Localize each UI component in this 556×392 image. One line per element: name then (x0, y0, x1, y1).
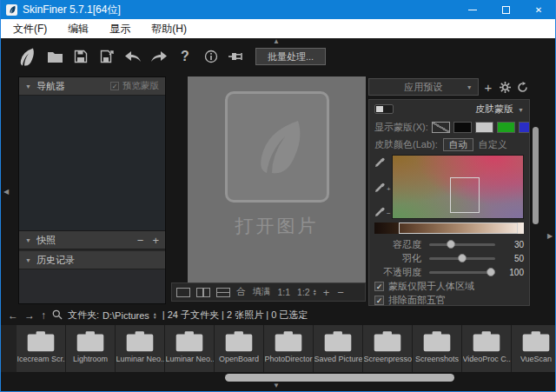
lab-color-plane[interactable] (392, 155, 524, 219)
open-image-dropzone[interactable] (225, 91, 329, 203)
zoom-in-button[interactable]: + (323, 286, 330, 299)
folder-item[interactable]: VideoProc C... (462, 325, 512, 372)
zoom-spinner[interactable]: ▲▼ (313, 289, 317, 296)
fill-view-button[interactable]: 填满 (253, 286, 271, 298)
tolerance-slider[interactable] (429, 243, 495, 246)
preset-settings-button[interactable] (498, 79, 513, 95)
zoom-1-2-button[interactable]: 1:2 (297, 287, 310, 297)
folder-item[interactable]: Icecream Scr... (17, 325, 66, 372)
skin-tone-strip[interactable] (374, 223, 524, 234)
menu-help[interactable]: 帮助(H) (141, 19, 197, 38)
snapshot-title: 快照 (36, 234, 56, 247)
slider-thumb[interactable] (447, 240, 455, 249)
folder-item[interactable]: PhotoDirector (264, 325, 314, 372)
folder-thumbnail-strip: Icecream Scr... Lightroom Luminar Neo...… (1, 325, 556, 372)
collapse-right-arrow-icon[interactable]: ▶ (547, 233, 553, 240)
folder-item[interactable]: VueScan (512, 325, 556, 372)
folder-path-spinner[interactable]: ▲▼ (153, 312, 157, 319)
exclude-features-checkbox-row[interactable]: ✓ 排除面部五官 (374, 294, 524, 306)
folder-item[interactable]: Saved Pictures (314, 325, 363, 372)
search-icon[interactable] (52, 309, 63, 322)
help-button[interactable]: ? (172, 44, 198, 69)
folder-item[interactable]: Screenpresso (363, 325, 413, 372)
snapshot-add-button[interactable]: + (152, 235, 159, 246)
eyedropper-button[interactable] (374, 156, 386, 168)
zoom-1-1-button[interactable]: 1:1 (278, 287, 291, 297)
folder-item[interactable]: Screenshots (413, 325, 462, 372)
skin-mask-header[interactable]: 皮肤蒙版▼ (374, 100, 524, 118)
history-header[interactable]: ▼ 历史记录 (19, 251, 165, 269)
auto-skin-color-button[interactable]: 自动 (443, 138, 473, 151)
save-button[interactable] (68, 44, 94, 69)
mask-enable-toggle[interactable] (374, 104, 394, 114)
slider-thumb[interactable] (486, 268, 495, 276)
exclude-features-checkbox[interactable]: ✓ (374, 296, 384, 305)
mask-color-blue-swatch[interactable] (519, 122, 530, 133)
add-preset-button[interactable]: + (481, 79, 496, 95)
menu-view[interactable]: 显示 (99, 19, 141, 38)
batch-process-button[interactable]: 批量处理... (255, 48, 326, 65)
navigator-header[interactable]: ▼ 导航器 ✓ 预览蒙版 (19, 77, 165, 96)
undo-button[interactable] (120, 44, 146, 69)
main-toolbar: ? 批量处理... (1, 43, 326, 70)
up-folder-button[interactable]: ↑ (41, 310, 46, 321)
eyedropper-add-button[interactable]: + (374, 182, 391, 193)
menu-edit[interactable]: 编辑 (57, 19, 99, 38)
right-panel-scrollbar[interactable] (533, 127, 539, 224)
view-controls-bar: 合 填满 1:1 1:2 ▲▼ + − (171, 282, 366, 302)
forward-button[interactable]: → (24, 310, 35, 321)
mask-color-white-swatch[interactable] (475, 122, 493, 133)
folder-item[interactable]: Luminar Neo... (116, 325, 165, 372)
mask-color-black-swatch[interactable] (453, 122, 472, 133)
plugin-button[interactable] (224, 44, 250, 69)
preset-toolbar: 应用预设 ▼ + (368, 78, 530, 96)
thumbnail-scrollbar[interactable] (225, 374, 454, 382)
title-bar: SkinFiner 5.7.1[64位] ✕ (1, 0, 555, 19)
custom-skin-color-label[interactable]: 自定义 (479, 138, 507, 151)
section-caret-icon: ▼ (518, 107, 524, 113)
mask-color-none-swatch[interactable] (432, 122, 450, 133)
split-vertical-icon[interactable] (196, 288, 210, 297)
mask-color-green-swatch[interactable] (497, 122, 515, 133)
info-button[interactable] (198, 44, 224, 69)
preview-mask-checkbox[interactable]: ✓ (110, 82, 119, 90)
collapse-left-arrow-icon[interactable]: ◀ (3, 189, 9, 196)
snapshot-header[interactable]: ▼ 快照 − + (19, 231, 165, 249)
snapshot-remove-button[interactable]: − (137, 235, 144, 246)
slider-thumb[interactable] (458, 254, 467, 262)
apply-preset-dropdown[interactable]: 应用预设 ▼ (368, 78, 479, 96)
open-image-label: 打开图片 (235, 214, 319, 238)
split-horizontal-icon[interactable] (216, 288, 230, 297)
minimize-button[interactable] (456, 0, 489, 19)
folder-item[interactable]: Luminar Neo... (165, 325, 215, 372)
body-area-checkbox[interactable]: ✓ (374, 282, 384, 291)
tone-range-selection[interactable] (399, 223, 519, 234)
maximize-button[interactable] (489, 0, 522, 19)
eyedropper-subtract-button[interactable]: − (374, 206, 391, 217)
image-canvas[interactable]: 打开图片 (188, 76, 366, 282)
folder-item[interactable]: Lightroom (66, 325, 116, 372)
navigator-preview-area (19, 96, 165, 231)
history-list (19, 269, 165, 303)
single-view-icon[interactable] (176, 288, 190, 297)
save-as-button[interactable] (94, 44, 120, 69)
opacity-slider-row: 不透明度 100 (374, 265, 524, 279)
feather-slider[interactable] (429, 257, 495, 260)
opacity-slider[interactable] (429, 271, 495, 274)
fit-view-button[interactable]: 合 (236, 286, 246, 298)
redo-button[interactable] (146, 44, 172, 69)
collapse-bottom-arrow-icon[interactable]: ▼ (273, 382, 280, 389)
color-range-selection-box[interactable] (450, 177, 480, 213)
open-folder-button[interactable] (42, 44, 68, 69)
body-area-checkbox-row[interactable]: ✓ 蒙版仅限于人体区域 (374, 280, 524, 293)
folder-path[interactable]: D:\Pictures (103, 310, 149, 321)
menu-file[interactable]: 文件(F) (3, 19, 57, 38)
close-button[interactable]: ✕ (522, 0, 555, 19)
zoom-out-button[interactable]: − (337, 286, 344, 299)
reset-preset-button[interactable] (515, 79, 530, 95)
folder-item[interactable]: OpenBoard (215, 325, 264, 372)
left-panel: ▼ 导航器 ✓ 预览蒙版 ▼ 快照 − + ▼ 历史记录 (18, 76, 166, 304)
back-button[interactable]: ← (8, 310, 18, 321)
tolerance-slider-row: 容忍度 30 (374, 237, 524, 251)
skin-color-label: 皮肤颜色(Lab): (374, 138, 438, 151)
